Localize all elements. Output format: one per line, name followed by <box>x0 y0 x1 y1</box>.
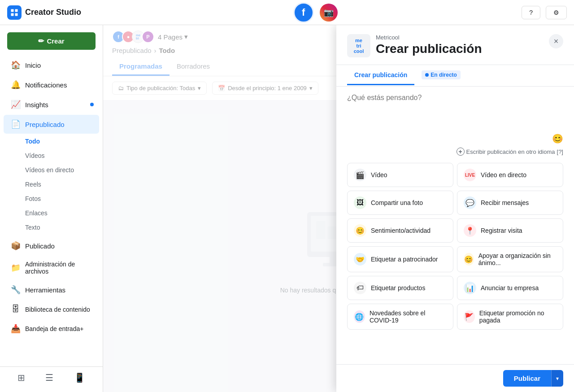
sidebar-item-publicado[interactable]: 📦 Publicado <box>4 236 99 255</box>
live-badge: En directo <box>422 70 461 79</box>
tools-icon: 🔧 <box>11 285 21 295</box>
sidebar-subitem-fotos[interactable]: Fotos <box>4 192 99 205</box>
sidebar-bottom-bar: ⊞ ☰ 📱 <box>0 366 103 388</box>
products-icon: 🏷 <box>354 282 366 294</box>
facebook-platform-btn[interactable]: f <box>295 4 313 22</box>
photo-icon: 🖼 <box>354 196 366 209</box>
sponsor-icon: 🤝 <box>354 253 366 266</box>
sidebar-item-bandeja[interactable]: 📥 Bandeja de entrada+ <box>4 319 99 338</box>
close-icon: × <box>554 37 559 46</box>
drawer-tab-directo[interactable]: En directo <box>414 65 468 86</box>
publish-button[interactable]: Publicar <box>503 370 551 387</box>
sentiment-icon: 😊 <box>354 224 366 237</box>
table-view-icon[interactable]: ☰ <box>45 372 53 383</box>
drawer-header-left: metricool Metricool Crear publicación <box>347 34 482 57</box>
drawer-footer: Publicar ▾ <box>336 364 574 392</box>
sidebar-item-archivos[interactable]: 📁 Administración de archivos <box>4 256 99 279</box>
create-button[interactable]: ✏ Crear <box>7 32 96 50</box>
app-logo: Creator Studio <box>7 5 110 20</box>
topbar: Creator Studio f 📷 ? ⚙ <box>0 0 574 25</box>
action-registrar[interactable]: 📍 Registrar visita <box>457 218 563 243</box>
location-icon: 📍 <box>464 224 476 237</box>
advertise-icon: 📊 <box>464 282 476 294</box>
sidebar-item-insights[interactable]: 📈 Insights <box>4 95 99 114</box>
sidebar-subitem-videos[interactable]: Vídeos <box>4 149 99 162</box>
video-icon: 🎬 <box>354 169 366 181</box>
close-drawer-button[interactable]: × <box>549 34 563 48</box>
main-layout: ✏ Crear 🏠 Inicio 🔔 Notificaciones 📈 Insi… <box>0 25 574 392</box>
app-title: Creator Studio <box>25 8 81 17</box>
drawer-header-text: Metricool Crear publicación <box>376 34 482 56</box>
action-productos[interactable]: 🏷 Etiquetar productos <box>347 276 453 300</box>
logo-icon <box>7 5 22 20</box>
bandeja-icon: 📥 <box>11 324 21 334</box>
publicado-icon: 📦 <box>11 241 21 251</box>
write-in-language: + Escribir publicación en otro idioma [?… <box>347 148 563 156</box>
platform-switcher: f 📷 <box>110 4 522 22</box>
action-video-directo[interactable]: LIVE Vídeo en directo <box>457 163 563 187</box>
insights-notification-dot <box>90 103 94 106</box>
content-area: f ● metri P 4 Pages ▾ Prepublicado › Tod… <box>103 25 574 392</box>
publish-dropdown-button[interactable]: ▾ <box>551 370 563 387</box>
covid-icon: 🌐 <box>354 310 365 323</box>
sidebar-item-inicio[interactable]: 🏠 Inicio <box>4 56 99 74</box>
promotion-icon: 🚩 <box>464 310 475 323</box>
emoji-button[interactable]: 😊 <box>552 133 563 144</box>
sidebar-item-herramientas[interactable]: 🔧 Herramientas <box>4 280 99 299</box>
sidebar: ✏ Crear 🏠 Inicio 🔔 Notificaciones 📈 Insi… <box>0 25 103 392</box>
home-icon: 🏠 <box>11 60 21 70</box>
drawer: metricool Metricool Crear publicación × … <box>336 25 574 392</box>
prepublicado-icon: 📄 <box>11 119 21 129</box>
action-foto[interactable]: 🖼 Compartir una foto <box>347 191 453 215</box>
instagram-platform-btn[interactable]: 📷 <box>320 4 338 22</box>
svg-rect-1 <box>15 9 18 12</box>
chevron-down-icon: ▾ <box>556 375 559 382</box>
organization-icon: 😊 <box>464 253 474 266</box>
live-video-icon: LIVE <box>464 169 476 181</box>
post-text-input[interactable] <box>347 94 563 130</box>
action-grid: 🎬 Vídeo LIVE Vídeo en directo 🖼 Comparti… <box>347 163 563 330</box>
metricool-logo: metricool <box>347 34 370 57</box>
action-promocion[interactable]: 🚩 Etiquetar promoción no pagada <box>457 304 563 330</box>
mobile-view-icon[interactable]: 📱 <box>74 372 85 383</box>
action-organizacion[interactable]: 😊 Apoyar a organización sin ánimo... <box>457 246 563 272</box>
svg-rect-0 <box>11 9 14 12</box>
sidebar-item-biblioteca[interactable]: 🗄 Biblioteca de contenido <box>4 300 99 318</box>
plus-circle-icon: + <box>457 148 465 156</box>
messages-icon: 💬 <box>464 196 476 209</box>
archivos-icon: 📁 <box>11 263 21 273</box>
sidebar-item-notificaciones[interactable]: 🔔 Notificaciones <box>4 75 99 94</box>
help-btn[interactable]: ? <box>522 6 540 19</box>
action-covid[interactable]: 🌐 Novedades sobre el COVID-19 <box>347 304 453 330</box>
svg-rect-2 <box>11 13 14 16</box>
sidebar-subitem-reels[interactable]: Reels <box>4 178 99 191</box>
drawer-tabs: Crear publicación En directo <box>336 65 574 87</box>
sidebar-subitem-texto[interactable]: Texto <box>4 221 99 234</box>
bell-icon: 🔔 <box>11 80 21 90</box>
action-anunciar[interactable]: 📊 Anunciar tu empresa <box>457 276 563 300</box>
sidebar-subitem-enlaces[interactable]: Enlaces <box>4 206 99 220</box>
grid-view-icon[interactable]: ⊞ <box>17 372 25 383</box>
live-dot <box>425 73 429 77</box>
svg-rect-3 <box>15 13 18 16</box>
drawer-tab-crear[interactable]: Crear publicación <box>347 66 414 85</box>
sidebar-subitem-todo[interactable]: Todo <box>4 135 99 148</box>
insights-icon: 📈 <box>11 100 21 109</box>
topbar-right: ? ⚙ <box>522 6 567 19</box>
action-sentimiento[interactable]: 😊 Sentimiento/actividad <box>347 218 453 243</box>
action-patrocinador[interactable]: 🤝 Etiquetar a patrocinador <box>347 246 453 272</box>
action-video[interactable]: 🎬 Vídeo <box>347 163 453 187</box>
drawer-header: metricool Metricool Crear publicación × <box>336 25 574 65</box>
drawer-body: 😊 + Escribir publicación en otro idioma … <box>336 87 574 364</box>
biblioteca-icon: 🗄 <box>11 305 21 314</box>
sidebar-subitem-videos-directo[interactable]: Vídeos en directo <box>4 163 99 177</box>
sidebar-item-prepublicado[interactable]: 📄 Prepublicado <box>4 115 99 134</box>
settings-btn[interactable]: ⚙ <box>546 6 567 19</box>
action-mensajes[interactable]: 💬 Recibir mensajes <box>457 191 563 215</box>
